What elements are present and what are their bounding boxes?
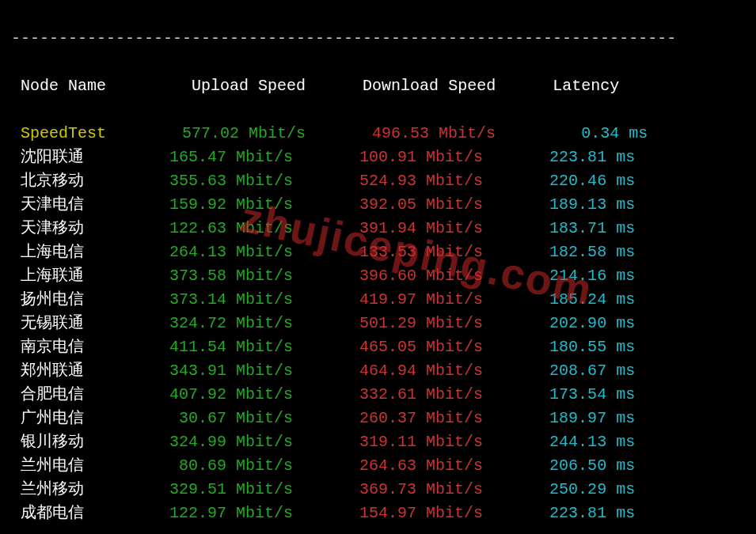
upload-speed: 329.51 Mbit/s <box>141 480 331 498</box>
table-row: 扬州电信 373.14 Mbit/s 419.97 Mbit/s 185.24 … <box>11 288 745 312</box>
upload-speed: 165.47 Mbit/s <box>141 148 331 166</box>
download-speed: 100.91 Mbit/s <box>331 148 521 166</box>
table-row: 合肥电信 407.92 Mbit/s 332.61 Mbit/s 173.54 … <box>11 383 745 407</box>
download-speed: 260.37 Mbit/s <box>331 409 521 427</box>
download-speed: 396.60 Mbit/s <box>331 267 521 285</box>
table-row: 银川移动 324.99 Mbit/s 319.11 Mbit/s 244.13 … <box>11 430 745 454</box>
latency-value: 182.58 ms <box>521 243 635 261</box>
header-latency: Latency <box>553 77 619 95</box>
divider-top: ----------------------------------------… <box>11 27 745 51</box>
latency-value: 189.97 ms <box>521 409 635 427</box>
table-header: Node Name Upload Speed Download Speed La… <box>11 74 745 98</box>
upload-speed: 373.58 Mbit/s <box>141 267 331 285</box>
upload-speed: 324.72 Mbit/s <box>141 314 331 332</box>
node-name: 合肥电信 <box>11 385 141 403</box>
node-name: 扬州电信 <box>11 290 141 309</box>
download-speed: 464.94 Mbit/s <box>331 362 521 380</box>
header-download: Download Speed <box>363 77 496 95</box>
table-row: 上海电信 264.13 Mbit/s 133.53 Mbit/s 182.58 … <box>11 240 745 264</box>
download-speed: 133.53 Mbit/s <box>331 243 521 261</box>
upload-speed: 343.91 Mbit/s <box>141 362 331 380</box>
table-row: 北京移动 355.63 Mbit/s 524.93 Mbit/s 220.46 … <box>11 169 745 193</box>
download-speed: 392.05 Mbit/s <box>331 195 521 214</box>
node-name: 成都电信 <box>11 504 141 522</box>
table-row: 天津电信 159.92 Mbit/s 392.05 Mbit/s 189.13 … <box>11 193 745 217</box>
latency-value: 0.34 ms <box>534 124 648 142</box>
download-speed: 154.97 Mbit/s <box>331 504 521 522</box>
table-row: 上海联通 373.58 Mbit/s 396.60 Mbit/s 214.16 … <box>11 264 745 288</box>
upload-speed: 80.69 Mbit/s <box>141 456 331 475</box>
table-row: 成都电信 122.97 Mbit/s 154.97 Mbit/s 223.81 … <box>11 502 745 525</box>
latency-value: 189.13 ms <box>521 195 635 214</box>
upload-speed: 577.02 Mbit/s <box>154 124 344 142</box>
download-speed: 264.63 Mbit/s <box>331 456 521 475</box>
upload-speed: 411.54 Mbit/s <box>141 338 331 356</box>
latency-value: 208.67 ms <box>521 362 635 380</box>
table-row: SpeedTest 577.02 Mbit/s 496.53 Mbit/s 0.… <box>11 122 745 146</box>
latency-value: 183.71 ms <box>521 219 635 237</box>
node-name: 兰州移动 <box>11 480 141 498</box>
node-name: 无锡联通 <box>11 314 141 332</box>
latency-value: 185.24 ms <box>521 290 635 309</box>
latency-value: 244.13 ms <box>521 433 635 451</box>
upload-speed: 159.92 Mbit/s <box>141 195 331 214</box>
download-speed: 501.29 Mbit/s <box>331 314 521 332</box>
table-row: 沈阳联通 165.47 Mbit/s 100.91 Mbit/s 223.81 … <box>11 146 745 169</box>
table-row: 广州电信 30.67 Mbit/s 260.37 Mbit/s 189.97 m… <box>11 407 745 430</box>
download-speed: 391.94 Mbit/s <box>331 219 521 237</box>
node-name: 上海电信 <box>11 243 141 261</box>
table-row: 天津移动 122.63 Mbit/s 391.94 Mbit/s 183.71 … <box>11 217 745 240</box>
download-speed: 332.61 Mbit/s <box>331 385 521 403</box>
download-speed: 419.97 Mbit/s <box>331 290 521 309</box>
node-name: 郑州联通 <box>11 362 141 380</box>
table-row: 兰州电信 80.69 Mbit/s 264.63 Mbit/s 206.50 m… <box>11 454 745 478</box>
latency-value: 250.29 ms <box>521 480 635 498</box>
upload-speed: 30.67 Mbit/s <box>141 409 331 427</box>
latency-value: 223.81 ms <box>521 148 635 166</box>
upload-speed: 122.97 Mbit/s <box>141 504 331 522</box>
download-speed: 524.93 Mbit/s <box>331 172 521 190</box>
latency-value: 206.50 ms <box>521 456 635 475</box>
header-node: Node Name <box>11 77 106 95</box>
download-speed: 465.05 Mbit/s <box>331 338 521 356</box>
upload-speed: 122.63 Mbit/s <box>141 219 331 237</box>
table-body: SpeedTest 577.02 Mbit/s 496.53 Mbit/s 0.… <box>11 122 745 525</box>
latency-value: 220.46 ms <box>521 172 635 190</box>
node-name: SpeedTest <box>11 124 154 142</box>
latency-value: 173.54 ms <box>521 385 635 403</box>
node-name: 银川移动 <box>11 433 141 451</box>
node-name: 天津移动 <box>11 219 141 237</box>
header-upload: Upload Speed <box>192 77 306 95</box>
upload-speed: 373.14 Mbit/s <box>141 290 331 309</box>
upload-speed: 355.63 Mbit/s <box>141 172 331 190</box>
table-row: 郑州联通 343.91 Mbit/s 464.94 Mbit/s 208.67 … <box>11 359 745 383</box>
table-row: 南京电信 411.54 Mbit/s 465.05 Mbit/s 180.55 … <box>11 335 745 359</box>
node-name: 北京移动 <box>11 172 141 190</box>
table-row: 兰州移动 329.51 Mbit/s 369.73 Mbit/s 250.29 … <box>11 478 745 502</box>
upload-speed: 407.92 Mbit/s <box>141 385 331 403</box>
latency-value: 223.81 ms <box>521 504 635 522</box>
upload-speed: 264.13 Mbit/s <box>141 243 331 261</box>
node-name: 南京电信 <box>11 338 141 356</box>
node-name: 沈阳联通 <box>11 148 141 166</box>
node-name: 广州电信 <box>11 409 141 427</box>
node-name: 天津电信 <box>11 195 141 214</box>
download-speed: 319.11 Mbit/s <box>331 433 521 451</box>
table-row: 无锡联通 324.72 Mbit/s 501.29 Mbit/s 202.90 … <box>11 312 745 335</box>
latency-value: 180.55 ms <box>521 338 635 356</box>
node-name: 上海联通 <box>11 267 141 285</box>
download-speed: 496.53 Mbit/s <box>344 124 534 142</box>
upload-speed: 324.99 Mbit/s <box>141 433 331 451</box>
latency-value: 214.16 ms <box>521 267 635 285</box>
download-speed: 369.73 Mbit/s <box>331 480 521 498</box>
latency-value: 202.90 ms <box>521 314 635 332</box>
node-name: 兰州电信 <box>11 456 141 475</box>
terminal-output: ----------------------------------------… <box>0 0 756 534</box>
